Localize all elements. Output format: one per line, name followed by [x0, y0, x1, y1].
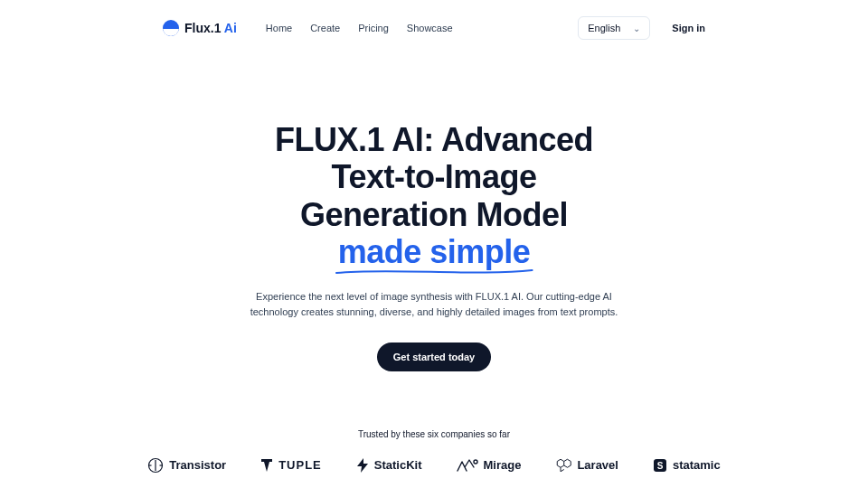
statamic-icon: S: [653, 458, 667, 473]
svg-text:S: S: [657, 461, 664, 471]
hero-accent: made simple: [338, 233, 531, 270]
underline-icon: [335, 267, 534, 277]
hero-title-line2: Text-to-Image: [332, 158, 537, 195]
brand-statamic: S statamic: [653, 458, 721, 473]
logo-text: Flux.1 Ai: [184, 21, 237, 35]
trusted-label: Trusted by these six companies so far: [0, 429, 868, 439]
tuple-icon: [260, 458, 273, 473]
nav-pricing[interactable]: Pricing: [358, 23, 389, 33]
logo[interactable]: Flux.1 Ai: [163, 20, 237, 36]
nav-home[interactable]: Home: [266, 23, 292, 33]
logo-icon: [163, 20, 179, 36]
transistor-icon: [147, 457, 164, 474]
trusted-section: Trusted by these six companies so far Tr…: [0, 429, 868, 474]
hero-title: FLUX.1 AI: Advanced Text-to-Image Genera…: [154, 121, 714, 271]
language-select[interactable]: English ⌄: [578, 16, 650, 40]
brand-row: Transistor TUPLE StaticKit Mirage: [0, 457, 868, 474]
laravel-icon: [555, 457, 571, 474]
main-nav: Home Create Pricing Showcase: [266, 23, 453, 33]
brand-mirage: Mirage: [457, 458, 522, 473]
get-started-button[interactable]: Get started today: [377, 343, 491, 371]
nav-create[interactable]: Create: [310, 23, 340, 33]
brand-tuple: TUPLE: [260, 458, 322, 473]
mirage-icon: [457, 458, 478, 473]
hero-title-line1: FLUX.1 AI: Advanced: [275, 121, 593, 158]
hero: FLUX.1 AI: Advanced Text-to-Image Genera…: [0, 56, 868, 371]
svg-marker-4: [357, 458, 368, 473]
header: Flux.1 Ai Home Create Pricing Showcase E…: [0, 0, 868, 56]
svg-point-5: [474, 460, 477, 464]
signin-link[interactable]: Sign in: [672, 23, 705, 33]
brand-transistor: Transistor: [147, 457, 226, 474]
nav-showcase[interactable]: Showcase: [407, 23, 453, 33]
brand-statickit: StaticKit: [356, 458, 422, 473]
statickit-icon: [356, 458, 369, 473]
language-value: English: [588, 23, 620, 33]
chevron-down-icon: ⌄: [633, 23, 640, 33]
hero-description: Experience the next level of image synth…: [244, 289, 624, 321]
hero-title-line3: Generation Model: [300, 196, 568, 233]
brand-laravel: Laravel: [555, 457, 618, 474]
